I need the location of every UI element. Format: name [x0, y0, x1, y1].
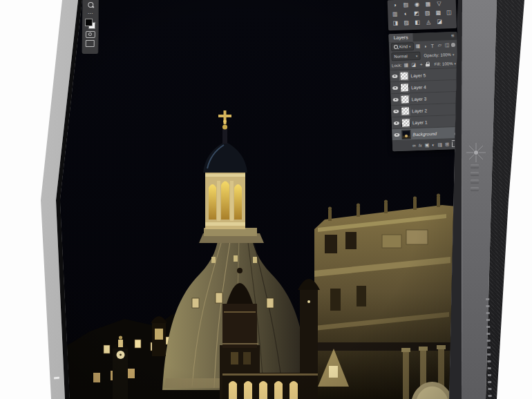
layer-list: Layer 5 Layer 4 Layer 3	[390, 68, 461, 141]
chevron-down-icon: ▾	[409, 44, 411, 48]
levels-icon[interactable]: ▤	[401, 1, 411, 10]
layer-name: Layer 4	[411, 84, 426, 90]
zoom-tool-icon	[88, 2, 93, 8]
layer-name: Layer 2	[412, 108, 427, 113]
lock-pixels-icon[interactable]: ◪	[410, 61, 417, 68]
layer-name: Layer 3	[412, 96, 427, 101]
lock-transparency-icon[interactable]: ▦	[403, 61, 409, 68]
link-layers-icon[interactable]: ∞	[412, 143, 416, 148]
edit-toolbar-button[interactable]: ⋯	[82, 9, 98, 18]
color-swatches[interactable]	[82, 18, 98, 30]
filter-type-layers-icon[interactable]: T	[429, 42, 435, 48]
layer-thumbnail[interactable]	[401, 106, 410, 115]
filter-shape-layers-icon[interactable]: ▱	[437, 42, 443, 48]
threshold-icon[interactable]: ◧	[412, 19, 423, 28]
channel-mixer-icon[interactable]: ▩	[433, 9, 444, 18]
filter-adjustment-layers-icon[interactable]: ◑	[422, 43, 428, 49]
vibrance-icon[interactable]: ▽	[434, 0, 444, 8]
layer-thumbnail[interactable]	[399, 71, 408, 80]
panel-menu-icon[interactable]: ≡	[448, 32, 457, 40]
photoshop-panel-stack: ◑ ▤ ◉ ▦ ▽ ▥ ◐ ◩ ▧ ▩ ◫ ◨ ▨ ◧	[388, 0, 462, 151]
photo-filter-icon[interactable]: ▧	[422, 9, 433, 18]
selective-color-icon[interactable]: ◪	[435, 17, 445, 26]
invert-icon[interactable]: ◨	[390, 19, 401, 28]
layer-thumbnail[interactable]	[400, 83, 409, 92]
brand-logo-text-engraving	[471, 164, 479, 195]
layer-visibility-eye-icon[interactable]	[393, 97, 399, 101]
exposure-icon[interactable]: ▦	[423, 0, 433, 9]
color-lookup-icon[interactable]: ◫	[444, 8, 454, 17]
layer-style-fx-icon[interactable]: fx	[419, 143, 422, 147]
opacity-label: Opacity:	[424, 52, 439, 57]
fill-label: Fill:	[435, 61, 441, 66]
edit-toolbar-icon: ⋯	[88, 12, 93, 15]
lock-label: Lock:	[392, 63, 402, 67]
brand-logo-engraving	[464, 141, 488, 204]
starburst-logo-icon	[464, 141, 488, 164]
fill-value[interactable]: 100%	[442, 61, 453, 66]
posterize-icon[interactable]: ▨	[401, 19, 412, 28]
layer-name: Background	[412, 130, 437, 136]
product-photo-stage: ⋯ ◑ ▤ ◉ ▦ ▽ ▥	[0, 0, 532, 399]
lock-position-icon[interactable]: +	[418, 61, 424, 68]
layer-thumbnail[interactable]	[401, 118, 410, 127]
layer-visibility-eye-icon[interactable]	[392, 74, 397, 77]
layer-thumbnail[interactable]	[400, 95, 409, 104]
new-layer-icon[interactable]: ⊞	[445, 142, 449, 146]
gradient-map-icon[interactable]: ◬	[424, 18, 434, 27]
new-adjustment-layer-icon[interactable]: ◐	[432, 142, 435, 147]
filter-kind-select[interactable]: Kind ▾	[391, 42, 414, 51]
layers-panel: Layers ≡ Kind ▾ ▦ ◑ T ▱ ◫	[388, 32, 461, 151]
foreground-color-swatch[interactable]	[85, 19, 93, 26]
adjustments-panel: ◑ ▤ ◉ ▦ ▽ ▥ ◐ ◩ ▧ ▩ ◫ ◨ ▨ ◧	[388, 0, 457, 30]
layer-visibility-eye-icon[interactable]	[392, 86, 398, 89]
hue-saturation-icon[interactable]: ▥	[390, 10, 400, 19]
add-layer-mask-icon[interactable]: ▣	[425, 142, 430, 147]
chevron-down-icon: ▾	[416, 53, 418, 57]
curves-icon[interactable]: ◉	[412, 1, 422, 10]
color-balance-icon[interactable]: ◐	[401, 10, 411, 19]
tab-layers[interactable]: Layers	[388, 33, 412, 42]
opacity-value[interactable]: 100%	[440, 52, 451, 57]
background-layer-thumbnail[interactable]	[401, 130, 410, 139]
blend-mode-value: Normal	[394, 54, 408, 59]
photoshop-tools-panel: ⋯	[82, 0, 99, 54]
brightness-contrast-icon[interactable]: ◑	[390, 1, 400, 10]
chevron-down-icon: ▾	[453, 52, 455, 57]
layer-name: Layer 1	[412, 119, 428, 125]
black-white-icon[interactable]: ◩	[412, 10, 422, 19]
layer-visibility-eye-icon[interactable]	[393, 109, 399, 113]
layer-visibility-eye-icon[interactable]	[394, 133, 399, 136]
lock-all-padlock-icon[interactable]	[426, 64, 430, 66]
new-group-icon[interactable]: ▤	[437, 142, 442, 147]
layer-visibility-eye-icon[interactable]	[394, 121, 399, 124]
layer-filtering-toggle[interactable]	[451, 43, 455, 47]
blend-mode-select[interactable]: Normal ▾	[391, 51, 420, 60]
quick-mask-mode-button[interactable]	[82, 30, 98, 39]
chevron-down-icon: ▾	[454, 61, 456, 65]
screen-mode-button[interactable]	[82, 39, 98, 48]
search-magnifier-icon	[394, 45, 398, 49]
foreground-background-swatches-icon	[85, 19, 95, 29]
layer-name: Layer 5	[410, 72, 426, 78]
filter-pixel-layers-icon[interactable]: ▦	[415, 43, 421, 49]
filter-smart-objects-icon[interactable]: ◫	[444, 42, 450, 48]
filter-kind-label: Kind	[399, 44, 408, 48]
quick-mask-mode-icon	[85, 31, 95, 38]
screen-mode-icon	[86, 40, 95, 47]
zoom-tool[interactable]	[82, 0, 98, 9]
